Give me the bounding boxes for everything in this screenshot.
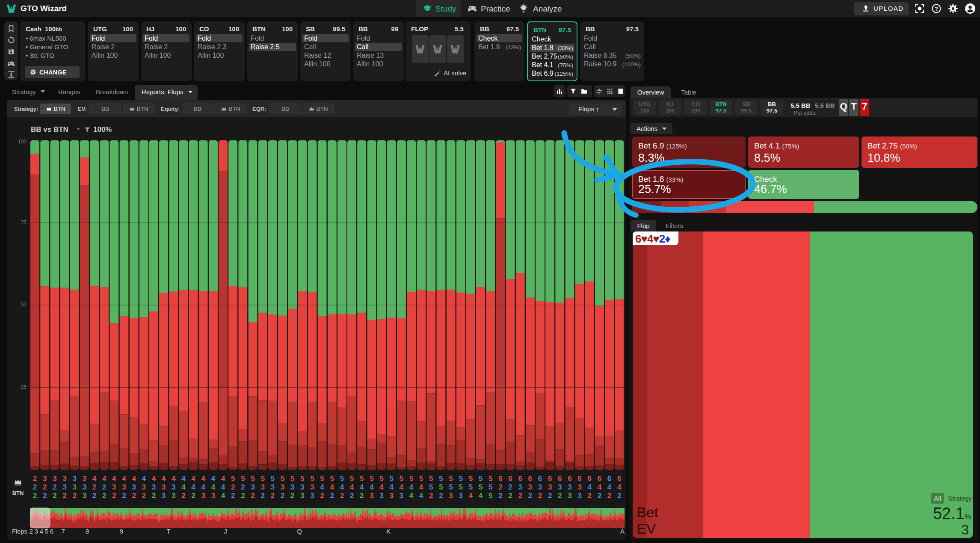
svg-text:4: 4 [162, 475, 166, 483]
svg-text:2: 2 [281, 492, 284, 500]
svg-text:4: 4 [181, 475, 186, 483]
svg-text:2: 2 [92, 492, 96, 500]
svg-text:2: 2 [181, 492, 185, 500]
svg-text:6: 6 [598, 475, 601, 483]
svg-text:4: 4 [211, 483, 216, 491]
svg-text:5: 5 [489, 492, 492, 500]
svg-text:T: T [166, 528, 170, 535]
svg-text:2: 2 [241, 483, 245, 491]
svg-text:5: 5 [320, 475, 324, 483]
svg-text:3: 3 [379, 492, 383, 500]
svg-text:2: 2 [607, 492, 611, 500]
svg-text:5: 5 [261, 475, 264, 483]
svg-text:Q: Q [297, 528, 302, 535]
svg-text:J: J [224, 528, 227, 535]
svg-text:4: 4 [340, 483, 344, 491]
svg-text:3: 3 [122, 483, 126, 491]
svg-text:4: 4 [588, 483, 592, 491]
svg-text:3: 3 [577, 483, 581, 491]
svg-text:2: 2 [33, 483, 37, 491]
svg-text:4: 4 [201, 475, 205, 483]
svg-text:4: 4 [350, 483, 354, 491]
svg-text:4: 4 [172, 475, 176, 483]
svg-text:6: 6 [50, 528, 53, 535]
svg-text:2: 2 [320, 492, 324, 500]
svg-text:4: 4 [201, 483, 205, 491]
svg-text:4: 4 [122, 475, 126, 483]
svg-text:2: 2 [271, 492, 275, 500]
svg-text:3: 3 [112, 483, 116, 491]
svg-text:2: 2 [498, 483, 502, 491]
svg-text:3: 3 [518, 483, 522, 491]
svg-text:3: 3 [132, 483, 136, 491]
svg-text:3: 3 [62, 483, 66, 491]
svg-text:8: 8 [86, 528, 89, 535]
svg-text:3: 3 [558, 483, 562, 491]
svg-text:2: 2 [598, 492, 601, 500]
svg-text:3: 3 [83, 475, 86, 483]
svg-text:2: 2 [33, 492, 37, 500]
svg-text:5: 5 [300, 475, 304, 483]
svg-text:2: 2 [429, 492, 433, 500]
svg-text:2: 2 [191, 492, 195, 500]
svg-text:6: 6 [558, 475, 562, 483]
svg-text:4: 4 [469, 492, 473, 500]
svg-text:5: 5 [459, 475, 463, 483]
svg-text:2: 2 [62, 492, 66, 500]
svg-text:3: 3 [261, 483, 264, 491]
svg-text:5: 5 [370, 475, 373, 483]
svg-text:2: 2 [558, 492, 562, 500]
svg-text:4: 4 [360, 483, 364, 491]
svg-text:2: 2 [439, 492, 443, 500]
svg-text:2: 2 [142, 492, 146, 500]
svg-text:A: A [620, 528, 625, 535]
svg-text:4: 4 [221, 483, 225, 491]
svg-text:4: 4 [330, 483, 335, 491]
svg-text:100: 100 [18, 139, 27, 145]
svg-text:4: 4 [92, 475, 97, 483]
svg-text:6: 6 [568, 475, 571, 483]
svg-text:5: 5 [419, 475, 423, 483]
svg-text:5: 5 [439, 475, 443, 483]
svg-text:5: 5 [45, 528, 48, 535]
svg-text:5: 5 [400, 475, 403, 483]
svg-text:4: 4 [181, 483, 186, 491]
svg-text:3: 3 [400, 492, 403, 500]
svg-text:5: 5 [479, 483, 483, 491]
svg-text:3: 3 [310, 492, 314, 500]
svg-text:3: 3 [281, 483, 284, 491]
svg-text:4: 4 [409, 492, 414, 500]
svg-text:3: 3 [300, 483, 304, 491]
svg-text:4: 4 [598, 483, 602, 491]
svg-text:3: 3 [538, 483, 542, 491]
svg-text:2: 2 [340, 492, 344, 500]
svg-text:3: 3 [568, 492, 571, 500]
svg-text:9: 9 [120, 528, 123, 535]
svg-text:4: 4 [400, 483, 404, 491]
svg-text:4: 4 [40, 528, 43, 535]
svg-text:5: 5 [449, 483, 453, 491]
svg-text:4: 4 [152, 475, 156, 483]
svg-text:5: 5 [439, 483, 443, 491]
svg-text:6: 6 [617, 475, 621, 483]
svg-text:3: 3 [211, 492, 215, 500]
svg-text:4: 4 [191, 483, 195, 491]
svg-text:4: 4 [409, 483, 414, 491]
svg-text:3: 3 [568, 483, 571, 491]
svg-text:4: 4 [419, 492, 423, 500]
svg-text:3: 3 [53, 475, 56, 483]
svg-text:5: 5 [241, 475, 245, 483]
svg-text:4: 4 [419, 483, 423, 491]
svg-text:4: 4 [221, 492, 225, 500]
svg-text:4: 4 [191, 475, 195, 483]
svg-text:2: 2 [33, 475, 37, 483]
svg-text:3: 3 [72, 483, 76, 491]
svg-text:4: 4 [370, 483, 374, 491]
svg-text:2: 2 [112, 492, 116, 500]
svg-text:50: 50 [21, 302, 27, 308]
svg-text:3: 3 [528, 483, 532, 491]
svg-text:2: 2 [251, 492, 255, 500]
svg-text:2: 2 [231, 492, 235, 500]
svg-text:2: 2 [350, 492, 354, 500]
svg-text:4: 4 [132, 475, 136, 483]
